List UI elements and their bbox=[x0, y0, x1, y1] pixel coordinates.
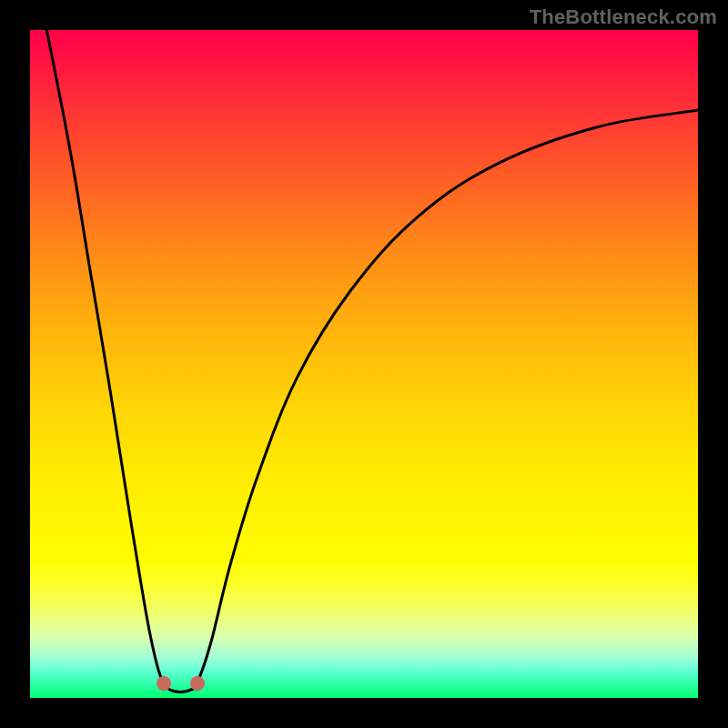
bottleneck-curve bbox=[30, 30, 698, 698]
plot-area bbox=[30, 30, 698, 698]
chart-frame: TheBottleneck.com bbox=[0, 0, 728, 728]
attribution-label: TheBottleneck.com bbox=[530, 5, 717, 29]
